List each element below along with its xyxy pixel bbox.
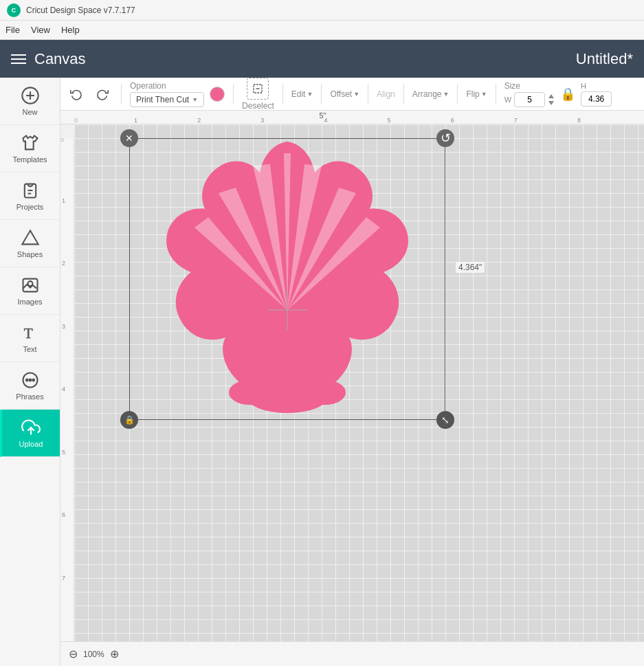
- align-section: Align: [377, 89, 395, 99]
- sidebar-item-new[interactable]: New: [0, 78, 60, 125]
- divider-8: [496, 84, 496, 104]
- plus-circle-icon: [21, 86, 40, 105]
- sidebar-item-upload[interactable]: Upload: [0, 410, 60, 457]
- cricut-logo: C: [7, 3, 21, 17]
- svg-marker-17: [548, 101, 554, 105]
- sidebar-text-label: Text: [23, 345, 36, 353]
- divider-1: [121, 84, 122, 104]
- ruler-v-inner: 0 1 2 3 4 5 6 7: [60, 138, 74, 641]
- color-swatch[interactable]: [210, 87, 225, 102]
- titlebar: C Cricut Design Space v7.7.177: [0, 0, 644, 21]
- menubar: File View Help: [0, 21, 644, 40]
- flip-section: Flip ▼: [466, 89, 487, 99]
- menu-file[interactable]: File: [5, 25, 20, 35]
- operation-dropdown-arrow: ▼: [192, 96, 198, 103]
- svg-point-10: [25, 379, 27, 381]
- status-bar: ⊖ 100% ⊕: [60, 641, 644, 666]
- operation-label: Operation: [130, 81, 204, 91]
- svg-point-12: [32, 379, 34, 381]
- sidebar-item-shapes[interactable]: Shapes: [0, 220, 60, 267]
- size-label: Size: [504, 81, 555, 91]
- divider-7: [457, 84, 458, 104]
- sidebar-shapes-label: Shapes: [17, 250, 43, 258]
- zoom-in-btn[interactable]: ⊕: [110, 647, 119, 661]
- hamburger-menu[interactable]: [11, 54, 26, 64]
- arrange-section: Arrange ▼: [412, 89, 449, 99]
- canvas-with-vruler: 0 1 2 3 4 5 6 7: [60, 124, 644, 641]
- upload-icon: [21, 418, 41, 437]
- arrange-label: Arrange: [412, 89, 442, 99]
- edit-section: Edit ▼: [291, 89, 313, 99]
- arrange-dropdown[interactable]: ▼: [443, 91, 449, 98]
- svg-point-20: [304, 380, 346, 405]
- toolbar: Operation Print Then Cut ▼ Deselect: [60, 78, 644, 111]
- menu-view[interactable]: View: [31, 25, 50, 35]
- deselect-button[interactable]: [247, 78, 269, 100]
- operation-value: Print Then Cut: [136, 95, 189, 104]
- offset-dropdown[interactable]: ▼: [353, 91, 359, 98]
- redo-button[interactable]: [92, 85, 113, 103]
- shapes-icon: [21, 228, 40, 247]
- lock-icon[interactable]: 🔒: [560, 87, 575, 102]
- ruler-vertical: 0 1 2 3 4 5 6 7: [60, 138, 74, 641]
- phrases-icon: [21, 370, 40, 390]
- sidebar-images-label: Images: [17, 298, 42, 306]
- flip-label: Flip: [466, 89, 479, 99]
- offset-section: Offset ▼: [330, 89, 359, 99]
- svg-marker-6: [22, 231, 38, 245]
- header: Canvas Untitled*: [0, 40, 644, 78]
- align-label: Align: [377, 89, 395, 99]
- operation-section: Operation Print Then Cut ▼: [130, 81, 204, 107]
- svg-text:T: T: [23, 325, 32, 342]
- images-icon: [21, 276, 40, 295]
- sidebar: New Templates Projects Shapes: [0, 78, 60, 666]
- sidebar-templates-label: Templates: [12, 155, 47, 164]
- sidebar-phrases-label: Phrases: [16, 392, 43, 401]
- ruler-with-canvas: 0 1 2 3 4 5 6 7 8 5" 0: [60, 111, 644, 641]
- canvas-container: Operation Print Then Cut ▼ Deselect: [60, 78, 644, 666]
- size-h-section: H: [581, 82, 612, 107]
- sidebar-item-text[interactable]: T Text: [0, 315, 60, 362]
- svg-point-11: [29, 379, 31, 381]
- sidebar-new-label: New: [22, 108, 37, 116]
- divider-4: [321, 84, 322, 104]
- grid-canvas: ✕ ↺ 🔒 ⤡ 4.364": [74, 124, 644, 641]
- sidebar-item-templates[interactable]: Templates: [0, 125, 60, 173]
- divider-5: [368, 84, 368, 104]
- operation-select[interactable]: Print Then Cut ▼: [130, 92, 204, 107]
- main-layout: New Templates Projects Shapes: [0, 78, 644, 666]
- zoom-out-btn[interactable]: ⊖: [69, 647, 78, 661]
- sidebar-item-images[interactable]: Images: [0, 267, 60, 315]
- deselect-label: Deselect: [242, 101, 274, 111]
- flip-dropdown[interactable]: ▼: [481, 91, 487, 98]
- deselect-icon: [252, 83, 263, 94]
- text-icon: T: [21, 323, 40, 342]
- sidebar-item-projects[interactable]: Projects: [0, 173, 60, 220]
- shirt-icon: [21, 133, 40, 153]
- doc-title: Untitled*: [576, 50, 633, 68]
- sidebar-upload-label: Upload: [19, 440, 43, 448]
- canvas-title: Canvas: [34, 50, 86, 68]
- sidebar-item-phrases[interactable]: Phrases: [0, 362, 60, 410]
- edit-label: Edit: [291, 89, 306, 99]
- menu-help[interactable]: Help: [61, 25, 80, 35]
- size-w-input[interactable]: [514, 92, 545, 107]
- height-dimension: 4.364": [456, 262, 485, 273]
- divider-2: [233, 84, 234, 104]
- edit-dropdown[interactable]: ▼: [307, 91, 313, 98]
- offset-label: Offset: [330, 89, 352, 99]
- header-left: Canvas: [11, 50, 86, 68]
- redo-icon: [96, 88, 109, 100]
- seashell-shape[interactable]: [129, 138, 445, 420]
- deselect-section: Deselect: [242, 78, 274, 111]
- size-h-input[interactable]: [581, 91, 612, 107]
- clipboard-icon: [21, 181, 40, 200]
- app-title: Cricut Design Space v7.7.177: [26, 5, 135, 15]
- divider-6: [403, 84, 404, 104]
- size-inputs: W: [504, 92, 555, 107]
- width-indicator: 5": [319, 111, 326, 120]
- ruler-horizontal: 0 1 2 3 4 5 6 7 8 5": [60, 111, 644, 124]
- undo-button[interactable]: [66, 85, 87, 103]
- ruler-h-inner: 0 1 2 3 4 5 6 7 8 5": [74, 111, 644, 124]
- sidebar-projects-label: Projects: [16, 203, 44, 211]
